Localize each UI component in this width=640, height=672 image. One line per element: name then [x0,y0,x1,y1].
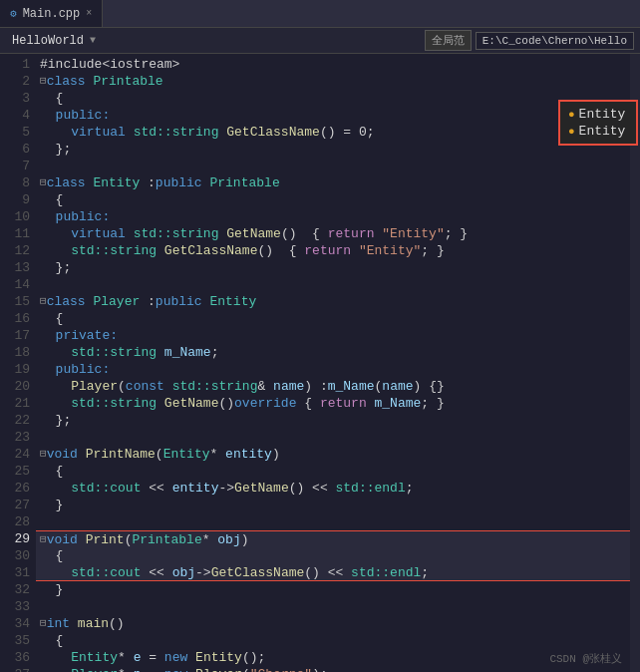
code-line-22: }; [36,412,630,429]
tab-label: Main.cpp [23,7,81,21]
code-line-16: { [36,310,630,327]
code-line-20: Player(const std::string& name) :m_Name(… [36,378,630,395]
file-icon: ⚙ [10,7,17,20]
code-line-30: { [36,547,630,564]
editor-container: ● Entity ● Entity 1 2 3 4 5 6 7 8 9 10 1… [0,54,640,672]
watermark: CSDN @张桂义 [549,651,622,668]
code-line-19: public: [36,361,630,378]
code-line-34: ⊟int main() [36,615,630,632]
code-line-24: ⊟void PrintName(Entity* entity) [36,446,630,463]
code-line-11: virtual std::string GetName() { return "… [36,225,630,242]
code-line-5: virtual std::string GetClassName() = 0; [36,124,630,141]
code-line-17: private: [36,327,630,344]
autocomplete-label-1: Entity [579,107,626,122]
code-line-37: Player* p = new Player("Cherno"); [36,666,630,672]
code-line-10: public: [36,208,630,225]
code-line-31: std::cout << obj->GetClassName() << std:… [36,564,630,581]
line-numbers: 1 2 3 4 5 6 7 8 9 10 11 12 13 14 15 16 1… [0,54,36,672]
code-line-9: { [36,191,630,208]
code-line-18: std::string m_Name; [36,344,630,361]
project-name: HelloWorld [6,32,90,50]
class-icon-1: ● [568,109,575,121]
autocomplete-popup[interactable]: ● Entity ● Entity [558,100,638,146]
code-line-15: ⊟class Player :public Entity [36,293,630,310]
code-line-6: }; [36,141,630,158]
autocomplete-label-2: Entity [579,124,626,139]
code-area[interactable]: #include<iostream> ⊟class Printable { pu… [36,54,630,672]
code-line-28 [36,513,630,530]
code-line-1: #include<iostream> [36,56,630,73]
autocomplete-item-2[interactable]: ● Entity [568,123,628,140]
close-tab-button[interactable]: × [86,8,92,19]
tab-main-cpp[interactable]: ⚙ Main.cpp × [0,0,103,27]
code-line-14 [36,276,630,293]
autocomplete-item-1[interactable]: ● Entity [568,106,628,123]
code-line-13: }; [36,259,630,276]
code-line-21: std::string GetName()override { return m… [36,395,630,412]
code-line-4: public: [36,107,630,124]
code-line-35: { [36,632,630,649]
code-line-27: } [36,497,630,513]
toolbar: HelloWorld ▼ 全局范 E:\C_code\Cherno\Hello [0,28,640,54]
code-line-36: Entity* e = new Entity(); [36,649,630,666]
dropdown-arrow-icon[interactable]: ▼ [90,35,96,46]
code-line-23 [36,429,630,446]
code-line-3: { [36,90,630,107]
scope-path: E:\C_code\Cherno\Hello [476,32,634,50]
toolbar-right: 全局范 E:\C_code\Cherno\Hello [425,30,634,51]
code-line-26: std::cout << entity->GetName() << std::e… [36,480,630,497]
code-line-25: { [36,463,630,480]
code-line-2: ⊟class Printable [36,73,630,90]
tab-bar: ⚙ Main.cpp × [0,0,640,28]
scrollbar[interactable] [630,54,640,672]
code-line-12: std::string GetClassName() { return "Ent… [36,242,630,259]
code-line-29: ⊟void Print(Printable* obj) [36,530,630,547]
code-line-32: } [36,581,630,598]
code-line-33 [36,598,630,615]
toolbar-left: HelloWorld ▼ [6,32,421,50]
scope-label: 全局范 [425,30,472,51]
code-line-7 [36,158,630,174]
code-line-8: ⊟class Entity :public Printable [36,174,630,191]
class-icon-2: ● [568,126,575,138]
